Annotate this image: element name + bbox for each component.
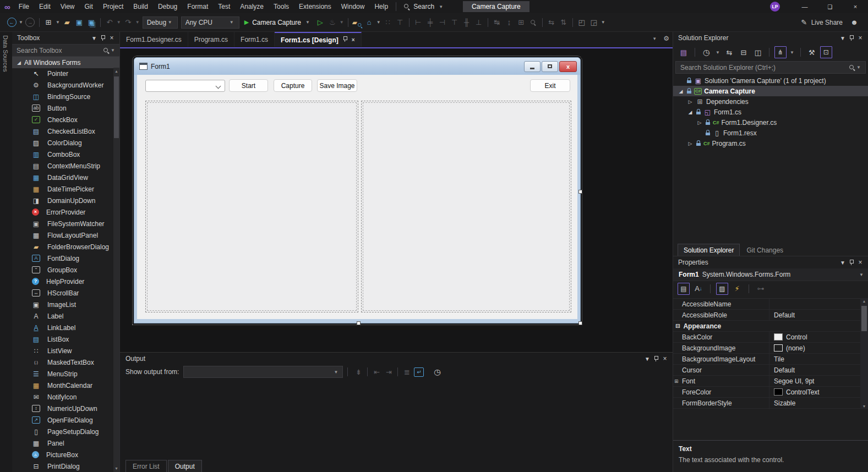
zoom-icon[interactable] — [527, 16, 539, 29]
sync-namespaces-icon[interactable]: ⇆ — [723, 46, 735, 59]
scroll-up-icon[interactable]: ▲ — [860, 299, 868, 303]
toolbox-item-datetimepicker[interactable]: ▦DateTimePicker — [12, 183, 113, 195]
scrollbar-thumb[interactable] — [114, 76, 119, 138]
timestamp-icon[interactable]: ◷ — [431, 365, 443, 378]
toolbox-item-combobox[interactable]: ▥ComboBox — [12, 149, 113, 160]
clear-all-icon[interactable]: ≣ — [401, 365, 413, 378]
toolbox-item-menustrip[interactable]: ☰MenuStrip — [12, 368, 113, 380]
toolbox-item-openfiledialog[interactable]: ↗OpenFileDialog — [12, 414, 113, 426]
pin-icon[interactable] — [847, 258, 856, 267]
pin-icon[interactable] — [99, 34, 107, 42]
scroll-down-icon[interactable]: ▼ — [860, 404, 868, 408]
open-folder-icon[interactable]: ▰ — [61, 16, 73, 29]
tab-git-changes[interactable]: Git Changes — [741, 244, 789, 256]
tab-form1-cs[interactable]: Form1.cs — [234, 32, 275, 47]
property-row-righttoleft[interactable]: RightToLeftNo — [673, 409, 860, 409]
collapse-all-icon[interactable]: ⊟ — [738, 46, 750, 59]
align-bottoms-icon[interactable]: ⊥ — [473, 16, 485, 29]
toolbar-options-icon[interactable]: ▼ — [376, 20, 381, 25]
account-avatar[interactable]: LP — [770, 2, 780, 12]
property-row-accessiblerole[interactable]: AccessibleRoleDefault — [673, 310, 860, 321]
toolbox-item-checkedlistbox[interactable]: ▤CheckedListBox — [12, 125, 113, 137]
toolbox-item-notifyicon[interactable]: ✉NotifyIcon — [12, 391, 113, 403]
tab-solution-explorer[interactable]: Solution Explorer — [678, 244, 740, 256]
tree-node-program-cs[interactable]: ▷C#Program.cs — [673, 138, 868, 149]
alphabetical-sort-icon[interactable]: A↓ — [692, 282, 705, 295]
toolbox-item-helpprovider[interactable]: ?HelpProvider — [12, 276, 113, 287]
expanded-arrow-icon[interactable]: ◢ — [678, 89, 684, 94]
picturebox-live[interactable] — [145, 101, 358, 312]
align-rights-icon[interactable]: ⊣ — [436, 16, 449, 29]
menu-window[interactable]: Window — [336, 3, 370, 10]
toolbox-item-contextmenustrip[interactable]: ▤ContextMenuStrip — [12, 160, 113, 172]
toolbox-item-domainupdown[interactable]: ◨DomainUpDown — [12, 195, 113, 206]
tree-node-form1-designer-cs[interactable]: ▷C#Form1.Designer.cs — [673, 117, 868, 128]
document-list-icon[interactable]: ▼ — [652, 36, 657, 41]
pin-icon[interactable] — [847, 34, 856, 42]
property-row-backgroundimage[interactable]: BackgroundImage(none) — [673, 343, 860, 354]
tree-node-dependencies[interactable]: ▷⊞Dependencies — [673, 96, 868, 107]
menu-edit[interactable]: Edit — [34, 3, 56, 10]
tree-node-solution-camera-capture-1-of-1-project[interactable]: ▣Solution 'Camera Capture' (1 of 1 proje… — [673, 75, 868, 86]
new-project-icon[interactable]: ⊞ — [42, 16, 54, 29]
close-icon[interactable]: × — [107, 34, 116, 42]
chevron-down-icon[interactable]: ▼ — [340, 20, 344, 25]
solution-platform-dropdown[interactable]: Any CPU ▼ — [181, 17, 239, 29]
toolbox-item-button[interactable]: abButton — [12, 102, 113, 114]
chevron-down-icon[interactable]: ▼ — [117, 20, 121, 25]
solution-explorer-search-input[interactable]: Search Solution Explorer (Ctrl+;) ▼ — [675, 61, 866, 74]
menu-file[interactable]: File — [14, 3, 34, 10]
properties-view-icon[interactable]: ▨ — [716, 283, 728, 295]
align-tops-icon[interactable]: ⊤ — [449, 16, 461, 29]
toolbox-item-label[interactable]: ALabel — [12, 310, 113, 322]
toolbox-item-picturebox[interactable]: ▵PictureBox — [12, 449, 113, 460]
chevron-down-icon[interactable]: ▼ — [135, 20, 140, 25]
previous-message-icon[interactable]: ⇤ — [370, 365, 383, 378]
scroll-down-icon[interactable]: ▼ — [113, 466, 119, 470]
tab-error-list[interactable]: Error List — [125, 460, 167, 472]
pin-icon[interactable] — [652, 354, 660, 363]
toolbox-item-checkbox[interactable]: ✓CheckBox — [12, 114, 113, 125]
picturebox-capture[interactable] — [361, 101, 571, 312]
tree-node-camera-capture[interactable]: ◢C#Camera Capture — [673, 86, 868, 96]
start-without-debug-icon[interactable]: ▷ — [314, 16, 326, 29]
toolbox-item-pointer[interactable]: ↖Pointer — [12, 68, 113, 79]
menu-debug[interactable]: Debug — [153, 3, 182, 10]
toolbar-overflow-icon[interactable]: ▼ — [601, 20, 605, 25]
tab-program-cs[interactable]: Program.cs — [188, 32, 234, 47]
toolbox-scrollbar[interactable]: ▲ ▼ — [113, 68, 119, 472]
close-icon[interactable]: × — [352, 37, 355, 43]
sync-with-active-document-icon[interactable]: ⋔ — [774, 46, 787, 58]
next-message-icon[interactable]: ⇥ — [383, 365, 395, 378]
resize-handle-right[interactable] — [578, 190, 582, 194]
property-row-cursor[interactable]: CursorDefault — [673, 365, 860, 376]
toolbox-item-pagesetupdialog[interactable]: ▯PageSetupDialog — [12, 426, 113, 437]
property-row-formborderstyle[interactable]: FormBorderStyleSizable — [673, 398, 860, 409]
toolbox-item-panel[interactable]: ▦Panel — [12, 437, 113, 449]
size-to-grid-icon[interactable]: ⊞ — [515, 16, 527, 29]
toolbox-item-maskedtextbox[interactable]: (.)MaskedTextBox — [12, 356, 113, 368]
align-centers-icon[interactable]: ╪ — [424, 16, 436, 29]
camera-combobox[interactable] — [145, 80, 225, 92]
close-button[interactable]: × — [843, 0, 868, 13]
horizontal-spacing-icon[interactable]: ⇆ — [545, 16, 558, 29]
navigate-back-icon[interactable]: ← — [6, 16, 18, 29]
property-row-backcolor[interactable]: BackColorControl — [673, 332, 860, 343]
pending-changes-filter-icon[interactable]: ◷ — [700, 46, 712, 59]
toolbox-item-fontdialog[interactable]: AFontDialog — [12, 253, 113, 264]
exit-button[interactable]: Exit — [530, 79, 570, 92]
menu-extensions[interactable]: Extensions — [294, 3, 336, 10]
toolbox-item-monthcalendar[interactable]: ▦MonthCalendar — [12, 380, 113, 391]
menu-build[interactable]: Build — [128, 3, 153, 10]
chevron-down-icon[interactable]: ▼ — [790, 50, 794, 55]
solution-configuration-dropdown[interactable]: Debug ▼ — [143, 17, 178, 29]
save-all-icon[interactable]: ▣ — [85, 16, 97, 29]
start-debug-button[interactable]: ▶ Camera Capture ▼ — [241, 19, 314, 26]
menu-help[interactable]: Help — [369, 3, 393, 10]
resize-handle-corner[interactable] — [578, 321, 582, 325]
toolbox-item-imagelist[interactable]: ▣ImageList — [12, 299, 113, 310]
toolbox-item-hscrollbar[interactable]: ↔HScrollBar — [12, 287, 113, 299]
toolbox-section-all-windows-forms[interactable]: ◢ All Windows Forms — [12, 57, 119, 68]
chevron-down-icon[interactable]: ▼ — [716, 50, 720, 55]
toolbox-item-errorprovider[interactable]: ×ErrorProvider — [12, 206, 113, 218]
